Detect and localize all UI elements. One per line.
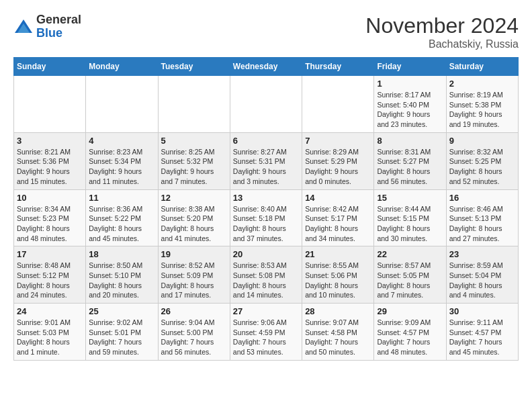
calendar-day-cell: 22Sunrise: 8:57 AMSunset: 5:05 PMDayligh…: [374, 246, 446, 304]
day-number: 29: [377, 306, 443, 316]
day-number: 14: [305, 193, 371, 203]
day-number: 6: [233, 136, 299, 146]
day-info: Sunrise: 8:34 AMSunset: 5:23 PMDaylight:…: [17, 204, 83, 244]
weekday-header-cell: Friday: [374, 58, 446, 76]
calendar-day-cell: [14, 76, 86, 133]
calendar-day-cell: [158, 76, 230, 133]
day-number: 13: [233, 193, 299, 203]
calendar-week-row: 1Sunrise: 8:17 AMSunset: 5:40 PMDaylight…: [14, 76, 519, 133]
day-info: Sunrise: 8:36 AMSunset: 5:22 PMDaylight:…: [89, 204, 154, 244]
calendar-day-cell: 26Sunrise: 9:04 AMSunset: 5:00 PMDayligh…: [158, 304, 230, 361]
calendar-day-cell: 10Sunrise: 8:34 AMSunset: 5:23 PMDayligh…: [14, 189, 86, 246]
day-number: 28: [305, 306, 371, 316]
weekday-header-cell: Monday: [86, 58, 158, 76]
day-number: 1: [377, 79, 443, 89]
weekday-header-row: SundayMondayTuesdayWednesdayThursdayFrid…: [14, 58, 519, 76]
calendar-day-cell: [230, 76, 302, 133]
day-info: Sunrise: 8:48 AMSunset: 5:12 PMDaylight:…: [17, 261, 83, 300]
calendar-day-cell: [86, 76, 158, 133]
day-number: 17: [17, 249, 83, 259]
calendar-day-cell: [302, 76, 374, 133]
calendar-day-cell: 16Sunrise: 8:46 AMSunset: 5:13 PMDayligh…: [446, 189, 518, 246]
calendar-day-cell: 30Sunrise: 9:11 AMSunset: 4:57 PMDayligh…: [446, 304, 518, 361]
calendar-day-cell: 14Sunrise: 8:42 AMSunset: 5:17 PMDayligh…: [302, 189, 374, 246]
day-number: 3: [17, 136, 83, 146]
calendar-week-row: 17Sunrise: 8:48 AMSunset: 5:12 PMDayligh…: [14, 246, 519, 304]
calendar-day-cell: 6Sunrise: 8:27 AMSunset: 5:31 PMDaylight…: [230, 132, 302, 189]
day-info: Sunrise: 8:44 AMSunset: 5:15 PMDaylight:…: [377, 204, 443, 244]
calendar-day-cell: 7Sunrise: 8:29 AMSunset: 5:29 PMDaylight…: [302, 132, 374, 189]
day-number: 9: [449, 136, 515, 146]
calendar-day-cell: 5Sunrise: 8:25 AMSunset: 5:32 PMDaylight…: [158, 132, 230, 189]
calendar-day-cell: 25Sunrise: 9:02 AMSunset: 5:01 PMDayligh…: [86, 304, 158, 361]
calendar-day-cell: 28Sunrise: 9:07 AMSunset: 4:58 PMDayligh…: [302, 304, 374, 361]
calendar-day-cell: 23Sunrise: 8:59 AMSunset: 5:04 PMDayligh…: [446, 246, 518, 304]
calendar-table: SundayMondayTuesdayWednesdayThursdayFrid…: [13, 57, 519, 361]
calendar-week-row: 10Sunrise: 8:34 AMSunset: 5:23 PMDayligh…: [14, 189, 519, 246]
day-info: Sunrise: 9:01 AMSunset: 5:03 PMDaylight:…: [17, 318, 83, 357]
calendar-day-cell: 2Sunrise: 8:19 AMSunset: 5:38 PMDaylight…: [446, 76, 518, 133]
day-info: Sunrise: 9:02 AMSunset: 5:01 PMDaylight:…: [89, 318, 154, 357]
calendar-day-cell: 12Sunrise: 8:38 AMSunset: 5:20 PMDayligh…: [158, 189, 230, 246]
day-info: Sunrise: 8:52 AMSunset: 5:09 PMDaylight:…: [161, 261, 227, 300]
calendar-day-cell: 27Sunrise: 9:06 AMSunset: 4:59 PMDayligh…: [230, 304, 302, 361]
calendar-week-row: 24Sunrise: 9:01 AMSunset: 5:03 PMDayligh…: [14, 304, 519, 361]
calendar-day-cell: 3Sunrise: 8:21 AMSunset: 5:36 PMDaylight…: [14, 132, 86, 189]
weekday-header-cell: Saturday: [446, 58, 518, 76]
day-info: Sunrise: 8:27 AMSunset: 5:31 PMDaylight:…: [233, 147, 299, 187]
weekday-header-cell: Tuesday: [158, 58, 230, 76]
calendar-day-cell: 8Sunrise: 8:31 AMSunset: 5:27 PMDaylight…: [374, 132, 446, 189]
day-info: Sunrise: 9:07 AMSunset: 4:58 PMDaylight:…: [305, 318, 371, 357]
day-number: 30: [449, 306, 515, 316]
day-info: Sunrise: 8:42 AMSunset: 5:17 PMDaylight:…: [305, 204, 371, 244]
day-info: Sunrise: 8:53 AMSunset: 5:08 PMDaylight:…: [233, 261, 299, 300]
day-info: Sunrise: 8:19 AMSunset: 5:38 PMDaylight:…: [449, 90, 515, 130]
day-info: Sunrise: 8:21 AMSunset: 5:36 PMDaylight:…: [17, 147, 83, 187]
day-number: 25: [89, 306, 154, 316]
month-title: November 2024: [365, 13, 519, 38]
day-info: Sunrise: 8:46 AMSunset: 5:13 PMDaylight:…: [449, 204, 515, 244]
day-number: 4: [89, 136, 154, 146]
weekday-header-cell: Wednesday: [230, 58, 302, 76]
day-info: Sunrise: 8:25 AMSunset: 5:32 PMDaylight:…: [161, 147, 227, 187]
calendar-day-cell: 15Sunrise: 8:44 AMSunset: 5:15 PMDayligh…: [374, 189, 446, 246]
day-number: 26: [161, 306, 227, 316]
logo-text: General Blue: [36, 13, 81, 40]
day-info: Sunrise: 8:23 AMSunset: 5:34 PMDaylight:…: [89, 147, 154, 187]
calendar-week-row: 3Sunrise: 8:21 AMSunset: 5:36 PMDaylight…: [14, 132, 519, 189]
calendar-day-cell: 17Sunrise: 8:48 AMSunset: 5:12 PMDayligh…: [14, 246, 86, 304]
day-number: 11: [89, 193, 154, 203]
day-info: Sunrise: 8:32 AMSunset: 5:25 PMDaylight:…: [449, 147, 515, 187]
day-number: 10: [17, 193, 83, 203]
day-number: 27: [233, 306, 299, 316]
day-number: 2: [449, 79, 515, 89]
day-number: 21: [305, 249, 371, 259]
day-info: Sunrise: 8:29 AMSunset: 5:29 PMDaylight:…: [305, 147, 371, 187]
day-number: 5: [161, 136, 227, 146]
day-info: Sunrise: 9:04 AMSunset: 5:00 PMDaylight:…: [161, 318, 227, 357]
calendar-day-cell: 13Sunrise: 8:40 AMSunset: 5:18 PMDayligh…: [230, 189, 302, 246]
day-info: Sunrise: 8:57 AMSunset: 5:05 PMDaylight:…: [377, 261, 443, 300]
day-info: Sunrise: 8:17 AMSunset: 5:40 PMDaylight:…: [377, 90, 443, 130]
day-number: 7: [305, 136, 371, 146]
day-number: 8: [377, 136, 443, 146]
day-number: 12: [161, 193, 227, 203]
calendar-body: 1Sunrise: 8:17 AMSunset: 5:40 PMDaylight…: [14, 76, 519, 361]
day-number: 23: [449, 249, 515, 259]
day-info: Sunrise: 8:40 AMSunset: 5:18 PMDaylight:…: [233, 204, 299, 244]
day-info: Sunrise: 9:09 AMSunset: 4:57 PMDaylight:…: [377, 318, 443, 357]
day-info: Sunrise: 8:50 AMSunset: 5:10 PMDaylight:…: [89, 261, 154, 300]
day-number: 24: [17, 306, 83, 316]
title-block: November 2024 Bachatskiy, Russia: [365, 13, 519, 50]
day-number: 15: [377, 193, 443, 203]
page-header: General Blue November 2024 Bachatskiy, R…: [13, 13, 519, 50]
calendar-day-cell: 18Sunrise: 8:50 AMSunset: 5:10 PMDayligh…: [86, 246, 158, 304]
day-number: 19: [161, 249, 227, 259]
calendar-day-cell: 20Sunrise: 8:53 AMSunset: 5:08 PMDayligh…: [230, 246, 302, 304]
location: Bachatskiy, Russia: [365, 38, 519, 50]
day-number: 22: [377, 249, 443, 259]
logo: General Blue: [13, 13, 81, 40]
calendar-day-cell: 24Sunrise: 9:01 AMSunset: 5:03 PMDayligh…: [14, 304, 86, 361]
day-info: Sunrise: 9:11 AMSunset: 4:57 PMDaylight:…: [449, 318, 515, 357]
day-info: Sunrise: 8:55 AMSunset: 5:06 PMDaylight:…: [305, 261, 371, 300]
